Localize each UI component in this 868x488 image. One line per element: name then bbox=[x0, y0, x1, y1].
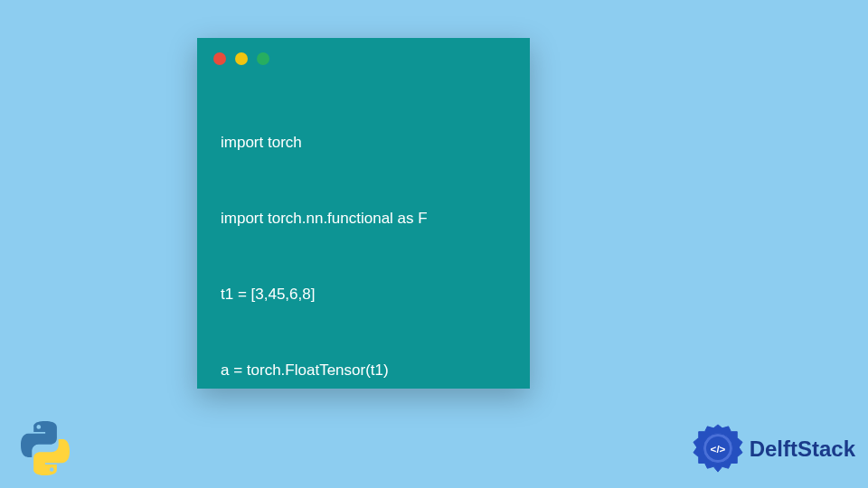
svg-text:</>: </> bbox=[710, 443, 725, 455]
code-line: a = torch.FloatTensor(t1) bbox=[221, 358, 506, 383]
delftstack-brand-text: DelftStack bbox=[750, 436, 855, 462]
code-line: t1 = [3,45,6,8] bbox=[221, 282, 506, 307]
code-content: import torch import torch.nn.functional … bbox=[197, 74, 530, 488]
window-chrome-dots bbox=[197, 38, 530, 74]
code-line bbox=[221, 434, 506, 459]
maximize-dot-icon bbox=[257, 52, 269, 65]
code-window: import torch import torch.nn.functional … bbox=[197, 38, 530, 389]
code-line: import torch.nn.functional as F bbox=[221, 206, 506, 231]
close-dot-icon bbox=[213, 52, 226, 65]
minimize-dot-icon bbox=[235, 52, 248, 65]
code-line: import torch bbox=[221, 130, 506, 155]
delftstack-logo: </> DelftStack bbox=[692, 423, 855, 475]
delftstack-gear-icon: </> bbox=[692, 423, 744, 475]
python-logo-icon bbox=[16, 419, 74, 477]
